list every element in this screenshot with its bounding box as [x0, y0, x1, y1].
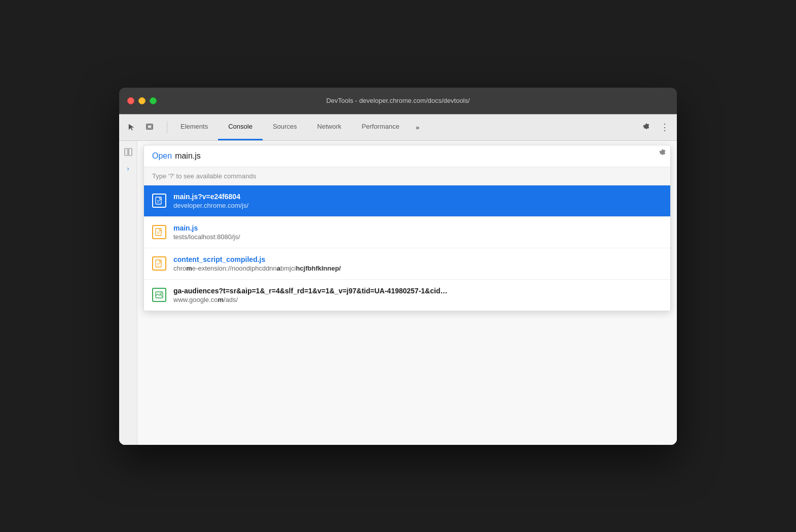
svg-rect-2: [125, 148, 128, 156]
tab-elements[interactable]: Elements: [170, 114, 218, 140]
command-input[interactable]: [175, 151, 662, 161]
tab-sources[interactable]: Sources: [263, 114, 307, 140]
svg-point-14: [160, 293, 162, 294]
command-menu: Open Type '?' to see available commands: [143, 145, 671, 311]
result-icon-2: [152, 225, 166, 239]
result-info-3: content_script_compiled.js chrome-extens…: [173, 255, 662, 272]
layers-icon: [146, 123, 154, 131]
result-icon-3: [152, 256, 166, 271]
result-info-1: main.js?v=e24f6804 developer.chrome.com/…: [173, 193, 662, 209]
tabs-container: Elements Console Sources Network Perform…: [170, 115, 638, 140]
sidebar-panel-icon[interactable]: [121, 145, 135, 159]
result-icon-1: [152, 194, 166, 208]
result-icon-4: [152, 288, 166, 302]
tab-performance[interactable]: Performance: [351, 114, 409, 140]
result-item-4[interactable]: ga-audiences?t=sr&aip=1&_r=4&slf_rd=1&v=…: [144, 280, 670, 311]
result-item-3[interactable]: content_script_compiled.js chrome-extens…: [144, 248, 670, 280]
more-tabs-button[interactable]: »: [410, 119, 426, 135]
result-item-1[interactable]: main.js?v=e24f6804 developer.chrome.com/…: [144, 185, 670, 217]
sidebar-left: ›: [119, 141, 137, 445]
settings-gear-icon: [642, 123, 651, 132]
devtools-chrome: Elements Console Sources Network Perform…: [119, 114, 677, 445]
window-title: DevTools - developer.chrome.com/docs/dev…: [326, 97, 469, 104]
sidebar-icon-svg: [124, 148, 132, 156]
sidebar-chevron[interactable]: ›: [127, 165, 129, 172]
cursor-button[interactable]: [123, 119, 139, 135]
js-file-icon-2: [155, 228, 163, 236]
js-file-icon-selected: [155, 197, 163, 205]
toolbar-left: [123, 119, 158, 135]
tab-console[interactable]: Console: [218, 114, 263, 140]
toolbar-separator: [167, 121, 167, 133]
traffic-lights: [127, 97, 157, 104]
content-area: Open Type '?' to see available commands: [137, 141, 677, 445]
toolbar: Elements Console Sources Network Perform…: [119, 115, 677, 141]
command-input-row: Open: [144, 145, 670, 167]
result-filename-2: main.js: [173, 224, 662, 232]
js-file-icon-3: [155, 259, 163, 268]
minimize-button[interactable]: [138, 97, 146, 104]
layers-button[interactable]: [141, 119, 158, 135]
result-filename-1: main.js?v=e24f6804: [173, 193, 662, 201]
result-info-4: ga-audiences?t=sr&aip=1&_r=4&slf_rd=1&v=…: [173, 287, 662, 303]
image-file-icon: [155, 291, 163, 299]
result-path-4: www.google.com/ads/: [173, 296, 662, 303]
close-button[interactable]: [127, 97, 134, 104]
result-path-3: chrome-extension://noondiphcddnnabmjcihc…: [173, 264, 662, 272]
cursor-icon: [127, 123, 135, 131]
devtools-window: DevTools - developer.chrome.com/docs/dev…: [119, 88, 677, 445]
svg-rect-3: [129, 148, 132, 156]
content-settings-icon: [658, 148, 667, 158]
result-filename-4: ga-audiences?t=sr&aip=1&_r=4&slf_rd=1&v=…: [173, 287, 662, 295]
vertical-dots-icon: ⋮: [660, 122, 669, 133]
maximize-button[interactable]: [150, 97, 157, 104]
result-path-1: developer.chrome.com/js/: [173, 202, 662, 209]
menu-button[interactable]: ⋮: [657, 119, 673, 135]
command-hint: Type '?' to see available commands: [144, 167, 670, 185]
tab-network[interactable]: Network: [307, 114, 352, 140]
toolbar-right: ⋮: [638, 119, 673, 135]
svg-rect-1: [148, 125, 152, 128]
content-gear-icon[interactable]: [655, 145, 671, 161]
result-filename-3: content_script_compiled.js: [173, 255, 662, 263]
result-item-2[interactable]: main.js tests/localhost:8080/js/: [144, 217, 670, 248]
settings-button[interactable]: [638, 119, 655, 135]
titlebar: DevTools - developer.chrome.com/docs/dev…: [119, 88, 677, 114]
results-list: main.js?v=e24f6804 developer.chrome.com/…: [144, 185, 670, 311]
result-info-2: main.js tests/localhost:8080/js/: [173, 224, 662, 241]
result-path-2: tests/localhost:8080/js/: [173, 233, 662, 241]
command-open-label: Open: [152, 151, 172, 161]
main-area: › Open: [119, 141, 677, 445]
